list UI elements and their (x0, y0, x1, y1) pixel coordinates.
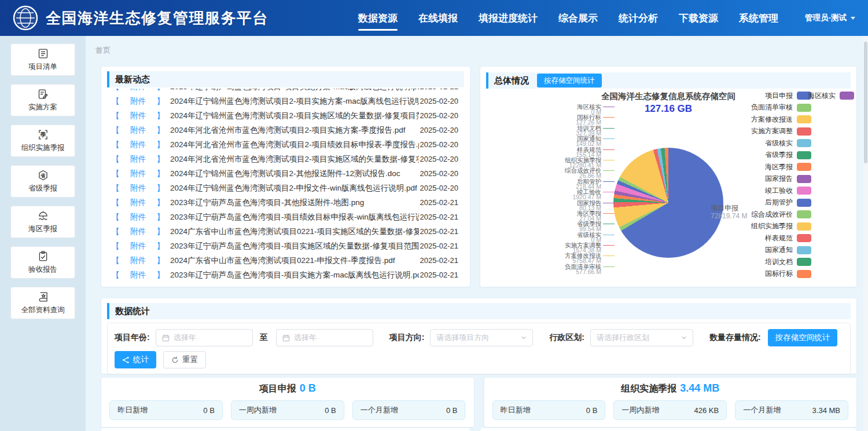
project-declare-title: 项目申报0 B (109, 382, 466, 395)
attachment-title[interactable]: 2024年河北省沧州市蓝色海湾测试项目2-项目绩效目标申报表-季度报告.pdf (170, 140, 419, 150)
pie-labels-left: 海区核实0 M国标行标127.26 M培训文档327.39 M国家通知149.0… (486, 104, 615, 274)
attachment-title[interactable]: 2023年辽宁葫芦岛蓝色海湾项目-项目实施方案-mac版离线包运行说明.pdf (170, 270, 419, 280)
list-item[interactable]: 【附件】2024年辽宁锦州蓝色海湾测试项目2-项目实施区域的矢量数据-修复项目范… (107, 108, 464, 123)
legend-swatch (840, 92, 854, 100)
year-start-input[interactable]: 选择年 (156, 329, 253, 346)
attachment-title[interactable]: 2024年辽宁锦州蓝色海湾测试项目2-其他报送附件-12测试报告.doc (170, 169, 400, 179)
legend-item-样表规范[interactable]: 样表规范 (751, 232, 811, 244)
bracket: 】 (157, 183, 165, 193)
label-line (603, 149, 615, 150)
pie-chart[interactable] (613, 148, 723, 258)
label-line (690, 208, 708, 209)
nav-item-filling-progress[interactable]: 填报进度统计 (479, 12, 538, 25)
legend-item-综合成效评价[interactable]: 综合成效评价 (751, 209, 811, 221)
project-year-label: 项目年份: (115, 333, 150, 343)
attachment-title[interactable]: 2023年辽宁葫芦岛蓝色海湾项目-其他报送附件-地图.png (170, 198, 364, 208)
sidebar-item-acceptance-report[interactable]: 验收报告 (10, 246, 75, 279)
attachment-title[interactable]: 2023年辽宁葫芦岛蓝色海湾项目-项目实施区域的矢量数据-修复项目范围矢量... (170, 241, 419, 251)
legend-item-省级季报[interactable]: 省级季报 (751, 149, 811, 162)
list-item[interactable]: 【附件】2024年辽宁锦州蓝色海湾测试项目2-申报文件-win版离线包运行说明.… (107, 181, 464, 195)
sidebar-item-province-quarterly[interactable]: 省省级季报 (10, 165, 75, 198)
attachment-title[interactable]: 2024年辽宁锦州蓝色海湾测试项目2-申报文件-win版离线包运行说明.pdf (170, 183, 417, 193)
legend-item-项目申报[interactable]: 项目申报 (751, 90, 811, 102)
legend-item-后期管护[interactable]: 后期管护 (751, 197, 811, 209)
scrollbar-thumb[interactable] (864, 42, 867, 163)
bracket: 】 (157, 255, 165, 266)
attachment-title[interactable]: 2024广东省中山市蓝色海湾测试项目0221-项目实施区域的矢量数据-修复项目.… (170, 227, 419, 237)
content: 首页 最新动态 【附件】2023年辽宁葫芦岛蓝色海湾项目-项目实施方案-mac版… (86, 36, 868, 431)
nav-item-online-filling[interactable]: 在线填报 (418, 12, 458, 25)
overview-title: 总体情况 (494, 75, 529, 86)
project-direction-label: 项目方向: (389, 333, 425, 343)
project-direction-select[interactable]: 请选择项目方向 (430, 329, 533, 346)
attachment-title[interactable]: 2024年辽宁锦州蓝色海湾测试项目2-项目实施方案-mac版离线包运行说明.pd… (170, 96, 419, 107)
list-item[interactable]: 【附件】2024年辽宁锦州蓝色海湾测试项目2-项目实施方案-mac版离线包运行说… (107, 94, 464, 108)
admin-region-select[interactable]: 请选择行政区划 (590, 329, 693, 346)
admin-region-label: 行政区划: (549, 333, 584, 343)
legend-item-实施方案调整[interactable]: 实施方案调整 (751, 126, 811, 138)
legend-item-国家通知[interactable]: 国家通知 (751, 244, 811, 257)
legend-item-海区季报[interactable]: 海区季报 (751, 161, 811, 173)
nav-item-data-resources[interactable]: 数据资源 (358, 12, 398, 25)
sidebar-item-project-list[interactable]: 项目清单 (10, 43, 75, 76)
storage-space-stats-button[interactable]: 按存储空间统计 (537, 74, 602, 87)
list-item[interactable]: 【附件】2023年辽宁葫芦岛蓝色海湾项目-项目实施方案-mac版离线包运行说明.… (107, 89, 464, 94)
metric-yesterday: 昨日新增 0 B (492, 400, 606, 420)
list-item[interactable]: 【附件】2024年河北省沧州市蓝色海湾测试项目2-项目绩效目标申报表-季度报告.… (107, 137, 464, 152)
list-item[interactable]: 【附件】2023年辽宁葫芦岛蓝色海湾项目-项目实施方案-mac版离线包运行说明.… (107, 268, 464, 282)
nav-item-system-management[interactable]: 系统管理 (739, 12, 778, 25)
attachment-title[interactable]: 2023年辽宁葫芦岛蓝色海湾项目-项目绩效目标申报表-win版离线包运行说明.p… (170, 212, 419, 222)
attachment-title[interactable]: 2024年河北省沧州市蓝色海湾测试项目2-项目实施方案-季度报告.pdf (170, 125, 406, 136)
year-end-input[interactable]: 选择年 (276, 329, 373, 346)
breadcrumb-home[interactable]: 首页 (95, 46, 111, 54)
overview-card: 总体情况 按存储空间统计 全国海洋生态修复信息系统存储空间 127.16 GB … (480, 67, 856, 287)
sidebar-item-all-data-query[interactable]: 全部资料查询 (10, 287, 75, 319)
pie-label: 国家报告80.13 M (486, 200, 615, 210)
legend-item-海区核实[interactable]: 海区核实 (808, 90, 854, 102)
legend-item-培训文档[interactable]: 培训文档 (751, 256, 811, 268)
pie-label: 实施方案调整1574.38 M (486, 242, 615, 253)
storage-space-stats-button2[interactable]: 按存储空间统计 (768, 329, 838, 346)
list-item[interactable]: 【附件】2023年辽宁葫芦岛蓝色海湾项目-其他报送附件-地图.png2025-0… (107, 195, 464, 210)
list-item[interactable]: 【附件】2023年辽宁葫芦岛蓝色海湾项目-项目实施区域的矢量数据-修复项目范围矢… (107, 239, 464, 253)
metric-month: 一个月新增 0 B (352, 400, 466, 420)
pie-label: 后期管护218.44 M (486, 178, 615, 189)
attachment-tag: 附件 (120, 96, 157, 107)
label-line (603, 107, 615, 107)
calendar-icon (282, 334, 290, 342)
sidebar-item-org-quarterly[interactable]: 季组织实施季报 (10, 125, 75, 157)
list-item[interactable]: 【附件】2024年河北省沧州市蓝色海湾测试项目2-项目实施方案-季度报告.pdf… (107, 123, 464, 137)
statistics-button[interactable]: 统计 (115, 351, 156, 368)
legend-item-国标行标[interactable]: 国标行标 (751, 268, 811, 280)
list-item[interactable]: 【附件】2024广东省中山市蓝色海湾测试项目0221-申报文件-季度报告.pdf… (107, 253, 464, 268)
legend-item-国家报告[interactable]: 国家报告 (751, 173, 811, 185)
reset-button[interactable]: 重置 (163, 351, 206, 368)
user-menu[interactable]: 管理员-测试 (805, 13, 855, 23)
attachment-title[interactable]: 2024广东省中山市蓝色海湾测试项目0221-申报文件-季度报告.pdf (170, 255, 395, 266)
legend-item-组织实施季报[interactable]: 组织实施季报 (751, 221, 811, 233)
legend-item-省级核实[interactable]: 省级核实 (751, 137, 811, 149)
sidebar-item-sea-area-quarterly[interactable]: 海区季报 (10, 206, 75, 238)
legend-item-负面清单审核[interactable]: 负面清单审核 (751, 102, 811, 114)
attachment-title[interactable]: 2024年河北省沧州市蓝色海湾测试项目2-项目实施区域的矢量数据-修复项目实..… (170, 154, 419, 165)
sidebar-item-implementation-plan[interactable]: 实施方案 (10, 84, 75, 116)
nav-item-statistic-analysis[interactable]: 统计分析 (619, 12, 658, 25)
pie-label: 综合成效评价26.86 M (486, 167, 615, 178)
nav-item-comprehensive-display[interactable]: 综合展示 (558, 12, 598, 25)
list-item[interactable]: 【附件】2023年辽宁葫芦岛蓝色海湾项目-项目绩效目标申报表-win版离线包运行… (107, 210, 464, 224)
storage-pie-chart[interactable]: 全国海洋生态修复信息系统存储空间 127.16 GB 海区核实0 M国标行标12… (486, 90, 851, 281)
list-item[interactable]: 【附件】2024广东省中山市蓝色海湾测试项目0221-项目实施区域的矢量数据-修… (107, 224, 464, 239)
list-item[interactable]: 【附件】2024年辽宁锦州蓝色海湾测试项目2-其他报送附件-12测试报告.doc… (107, 166, 464, 181)
attachment-title[interactable]: 2024年辽宁锦州蓝色海湾测试项目2-项目实施区域的矢量数据-修复项目范围矢..… (170, 111, 419, 121)
label-line (603, 213, 615, 214)
data-statistics-header: 数据统计 (107, 303, 851, 319)
bracket: 【 (112, 270, 120, 280)
label-line (603, 224, 615, 224)
next-row-partial (101, 428, 856, 431)
to-label: 至 (260, 333, 268, 343)
legend-item-方案修改报送[interactable]: 方案修改报送 (751, 114, 811, 126)
attachment-title[interactable]: 2023年辽宁葫芦岛蓝色海湾项目-项目实施方案-mac版离线包运行说明.pdf (170, 89, 419, 92)
nav-item-download-resources[interactable]: 下载资源 (679, 12, 718, 25)
list-item[interactable]: 【附件】2024年河北省沧州市蓝色海湾测试项目2-项目实施区域的矢量数据-修复项… (107, 152, 464, 166)
legend-item-竣工验收[interactable]: 竣工验收 (751, 185, 811, 197)
